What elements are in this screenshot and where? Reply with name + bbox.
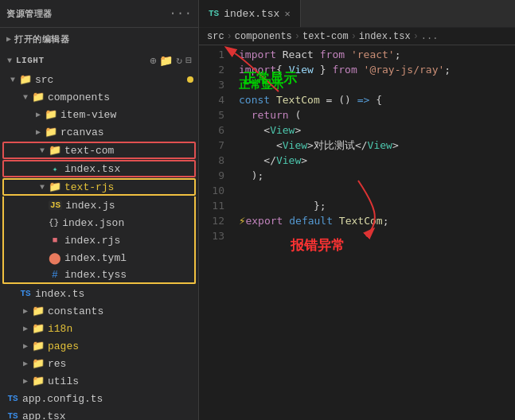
tab-label: index.tsx: [224, 8, 279, 20]
code-line-9: );: [239, 168, 515, 183]
sidebar-title: 资源管理器: [6, 8, 169, 20]
src-label: src: [35, 74, 53, 86]
code-line-8: </View>: [239, 153, 515, 168]
open-editors-section[interactable]: ▶ 打开的编辑器: [0, 28, 198, 50]
folder-icon-item-view: 📁: [45, 108, 57, 121]
index-tyss-label: index.tyss: [64, 269, 127, 281]
tree-item-pages[interactable]: ▶ 📁 pages: [0, 337, 198, 355]
chevron-rcanvas: ▶: [32, 127, 45, 137]
code-content[interactable]: import React from 'react'; import{ View …: [232, 45, 515, 420]
line-numbers: 1 2 3 4 5 6 7 8 9 10 11 12 13: [199, 45, 232, 420]
sep4: ›: [413, 31, 419, 42]
src-dot: [187, 76, 193, 83]
index-js-label: index.js: [65, 200, 115, 212]
folder-icon-components: 📁: [32, 91, 45, 103]
constants-label: constants: [48, 305, 103, 317]
chevron-i18n: ▶: [19, 324, 32, 333]
code-line-4: const TextCom = () => {: [239, 92, 515, 107]
tree-item-index-tsx[interactable]: ✦ index.tsx: [2, 160, 196, 177]
tree-item-index-rjs[interactable]: ■ index.rjs: [2, 231, 196, 249]
folder-icon-pages: 📁: [32, 340, 45, 352]
light-label: LIGHT: [16, 56, 146, 65]
tyml-file-icon: ⬤: [49, 251, 61, 265]
chevron-down-icon: ▶: [6, 34, 11, 44]
item-view-label: item-view: [60, 109, 116, 121]
app-tsx-label: app.tsx: [22, 410, 66, 421]
collapse-icon[interactable]: ⊟: [185, 54, 192, 67]
code-line-12: ⚡export default TextCom;: [239, 213, 515, 228]
more-options-icon[interactable]: ···: [169, 6, 192, 21]
code-line-7: <View>对比测试</View>: [239, 138, 515, 153]
breadcrumb: src › components › text-com › index.tsx …: [199, 28, 515, 45]
tree-item-text-rjs[interactable]: ▼ 📁 text-rjs: [2, 178, 196, 196]
tree-item-i18n[interactable]: ▶ 📁 i18n: [0, 320, 198, 337]
editor-area: src › components › text-com › index.tsx …: [199, 28, 515, 420]
chevron-text-rjs: ▼: [36, 183, 49, 192]
tree-item-res[interactable]: ▶ 📁 res: [0, 355, 198, 372]
tree-item-index-json[interactable]: {} index.json: [2, 214, 196, 231]
tab-index-tsx[interactable]: TS index.tsx ✕: [199, 0, 301, 27]
tree-item-constants[interactable]: ▶ 📁 constants: [0, 302, 198, 320]
tree-item-index-tyml[interactable]: ⬤ index.tyml: [2, 249, 196, 266]
tsx-file-icon: ✦: [49, 164, 61, 174]
index-tyml-label: index.tyml: [64, 252, 127, 264]
tree-item-utils[interactable]: ▶ 📁 utils: [0, 372, 198, 390]
open-editors-label: 打开的编辑器: [14, 33, 69, 45]
rjs-file-icon: ■: [49, 235, 61, 245]
ts-icon-app-config: TS: [6, 394, 19, 403]
tree-item-text-com[interactable]: ▼ 📁 text-com: [2, 142, 196, 159]
code-line-5: return (: [239, 107, 515, 122]
tab-close-icon[interactable]: ✕: [284, 8, 290, 20]
tree-item-rcanvas[interactable]: ▶ 📁 rcanvas: [0, 123, 198, 141]
tree-item-index-ts[interactable]: TS index.ts: [0, 285, 198, 302]
sep1: ›: [227, 31, 232, 42]
tree-item-app-tsx[interactable]: TS app.tsx: [0, 407, 198, 420]
rcanvas-label: rcanvas: [60, 126, 104, 138]
code-line-3: 正常显示: [239, 77, 515, 92]
tree-item-src[interactable]: ▼ 📁 src: [0, 71, 198, 88]
pages-label: pages: [48, 340, 79, 352]
folder-icon-i18n: 📁: [32, 322, 45, 335]
tree-item-index-js[interactable]: JS index.js: [2, 196, 196, 214]
breadcrumb-src[interactable]: src: [207, 31, 224, 42]
chevron-item-view: ▶: [32, 110, 45, 119]
chevron-down-icon-light: ▼: [3, 56, 16, 65]
new-file-icon[interactable]: ⊕: [150, 54, 156, 68]
sep2: ›: [295, 31, 300, 42]
folder-icon-res: 📁: [32, 357, 45, 370]
app-config-label: app.config.ts: [22, 393, 103, 405]
code-line-13: [239, 228, 515, 243]
code-line-6: <View>: [239, 122, 515, 138]
folder-icon-rcanvas: 📁: [45, 126, 57, 138]
text-com-label: text-com: [64, 145, 114, 157]
i18n-label: i18n: [48, 323, 72, 335]
breadcrumb-components[interactable]: components: [235, 31, 292, 42]
sep3: ›: [351, 31, 357, 42]
refresh-icon[interactable]: ↻: [176, 54, 182, 67]
folder-icon-constants: 📁: [32, 305, 45, 317]
chevron-pages: ▶: [19, 341, 32, 351]
tree-item-index-tyss[interactable]: # index.tyss: [2, 266, 196, 284]
breadcrumb-index-tsx[interactable]: index.tsx: [359, 31, 411, 42]
file-icon-tab: TS: [209, 9, 219, 18]
chevron-src: ▼: [6, 76, 19, 84]
tree-item-app-config[interactable]: TS app.config.ts: [0, 390, 198, 407]
index-json-label: index.json: [62, 217, 124, 229]
chevron-res: ▶: [19, 359, 32, 368]
breadcrumb-text-com[interactable]: text-com: [302, 31, 349, 42]
chevron-constants: ▶: [19, 306, 32, 316]
chevron-text-com: ▼: [36, 146, 49, 155]
code-line-10: };: [239, 183, 515, 198]
js-file-icon: JS: [49, 200, 62, 210]
res-label: res: [48, 358, 66, 370]
ts-index-icon: TS: [19, 289, 32, 298]
new-folder-icon[interactable]: 📁: [159, 54, 173, 68]
chevron-utils: ▶: [19, 376, 32, 386]
folder-icon-text-com: 📁: [49, 144, 61, 157]
index-ts-label: index.ts: [35, 288, 84, 300]
folder-icon-utils: 📁: [32, 375, 45, 387]
index-tsx-label: index.tsx: [64, 163, 120, 175]
tree-item-components[interactable]: ▼ 📁 components: [0, 88, 198, 106]
tree-item-item-view[interactable]: ▶ 📁 item-view: [0, 106, 198, 123]
sidebar: ▶ 打开的编辑器 ▼ LIGHT ⊕ 📁 ↻ ⊟ ▼ 📁 src: [0, 28, 199, 420]
